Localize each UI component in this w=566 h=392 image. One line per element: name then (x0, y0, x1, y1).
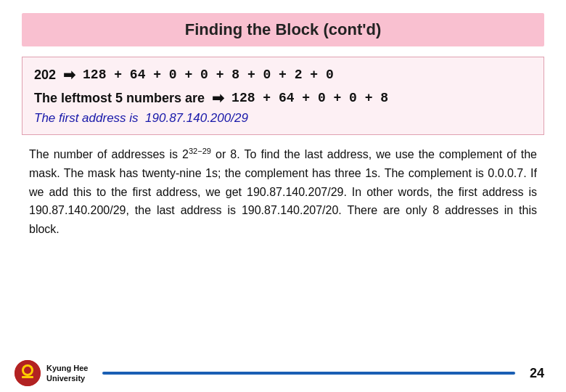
body-paragraph: The number of addresses is 232−29 or 8. … (22, 145, 544, 238)
row1-equation: 128 + 64 + 0 + 0 + 8 + 0 + 2 + 0 (83, 68, 334, 82)
row-202: 202 ➡ 128 + 64 + 0 + 0 + 8 + 0 + 2 + 0 (34, 66, 532, 83)
university-name: Kyung Hee University (46, 363, 88, 384)
arrow-icon-2: ➡ (212, 89, 224, 107)
title-bar: Finding the Block (cont'd) (22, 13, 544, 46)
svg-point-2 (24, 367, 31, 374)
number-202: 202 (34, 68, 56, 83)
body-text-end: or 8. To find the last address, we use t… (29, 148, 537, 234)
slide-title: Finding the Block (cont'd) (185, 20, 381, 38)
content-area: 202 ➡ 128 + 64 + 0 + 0 + 8 + 0 + 2 + 0 T… (0, 57, 566, 350)
first-address-value: 190.87.140.200/29 (145, 111, 248, 125)
footer-divider (102, 372, 515, 375)
row2-label: The leftmost 5 numbers are (34, 91, 205, 106)
body-text-start: The number of addresses is 2 (29, 148, 189, 160)
exponent: 32−29 (189, 147, 211, 155)
slide-container: Finding the Block (cont'd) 202 ➡ 128 + 6… (0, 0, 566, 392)
row2-equation: 128 + 64 + 0 + 0 + 8 (231, 91, 388, 105)
first-address-label: The first address is (34, 111, 139, 125)
pink-box: 202 ➡ 128 + 64 + 0 + 0 + 8 + 0 + 2 + 0 T… (22, 57, 544, 135)
university-logo: Kyung Hee University (15, 360, 88, 386)
svg-rect-3 (22, 376, 33, 378)
arrow-icon-1: ➡ (63, 66, 75, 83)
row-leftmost: The leftmost 5 numbers are ➡ 128 + 64 + … (34, 89, 532, 107)
logo-icon (15, 360, 41, 386)
footer: Kyung Hee University 24 (0, 356, 566, 392)
page-number: 24 (530, 366, 544, 381)
first-address: The first address is 190.87.140.200/29 (34, 111, 532, 126)
